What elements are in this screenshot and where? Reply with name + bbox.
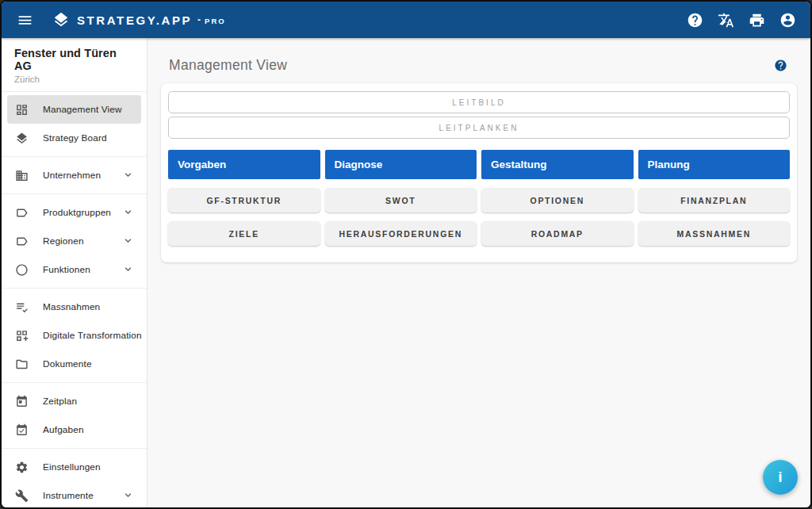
sidebar-item-dokumente[interactable]: Dokumente <box>7 350 141 378</box>
sidebar-item-label: Massnahmen <box>43 301 100 312</box>
organization-header: Fenster und Türen AG Zürich <box>2 38 147 92</box>
calendar-icon <box>15 395 29 408</box>
column-vorgaben: VorgabenGF-STRUKTURZIELE <box>168 150 320 246</box>
leitbild-button[interactable]: LEITBILD <box>168 91 790 113</box>
sidebar-item-label: Regionen <box>43 235 84 247</box>
label-icon <box>15 206 29 220</box>
sidebar-item-label: Digitale Transformation <box>43 330 142 341</box>
sidebar-item-label: Zeitplan <box>43 396 77 407</box>
chevron-down-icon <box>122 263 136 277</box>
app-title: STRATEGY.APP <box>77 13 192 27</box>
columns-grid: VorgabenGF-STRUKTURZIELEDiagnoseSWOTHERA… <box>168 150 790 246</box>
hamburger-menu-icon <box>17 12 33 29</box>
app-edition: PRO <box>205 17 226 25</box>
sidebar-item-funktionen[interactable]: Funktionen <box>7 255 141 284</box>
sidebar-item-massnahmen[interactable]: Massnahmen <box>7 293 141 321</box>
organization-location: Zürich <box>14 75 134 84</box>
layers-logo-icon <box>52 11 70 29</box>
folder-icon <box>15 358 29 371</box>
column-header-vorgaben[interactable]: Vorgaben <box>168 150 320 179</box>
layers-icon <box>15 132 29 145</box>
help-icon <box>774 59 787 72</box>
page-title: Management View <box>169 57 287 74</box>
sidebar-item-regionen[interactable]: Regionen <box>7 227 141 255</box>
leitplanken-button[interactable]: LEITPLANKEN <box>168 117 790 139</box>
massnahmen-button[interactable]: MASSNAHMEN <box>638 221 791 246</box>
print-button[interactable] <box>746 10 767 30</box>
sidebar-divider <box>2 288 147 289</box>
page-help-button[interactable] <box>774 59 787 72</box>
sidebar-divider <box>2 382 147 383</box>
sidebar-item-label: Strategy Board <box>43 132 107 144</box>
help-icon <box>687 12 703 29</box>
dashboard-icon <box>15 103 29 117</box>
sidebar-divider <box>2 448 147 449</box>
info-fab[interactable]: i <box>763 460 798 495</box>
sidebar-divider <box>2 193 147 194</box>
help-button[interactable] <box>684 10 705 30</box>
swot-button[interactable]: SWOT <box>325 188 477 212</box>
sidebar-item-einstellungen[interactable]: Einstellungen <box>7 453 141 481</box>
sidebar-item-label: Produktgruppen <box>43 207 111 218</box>
main-content: Management View LEITBILDLEITPLANKEN Vorg… <box>148 38 810 507</box>
circle-icon <box>15 263 29 277</box>
sidebar-item-label: Unternehmen <box>43 170 101 181</box>
optionen-button[interactable]: OPTIONEN <box>481 188 634 212</box>
info-icon: i <box>778 469 782 486</box>
chevron-down-icon <box>122 235 136 248</box>
topbar: STRATEGY.APP - PRO <box>2 2 810 38</box>
organization-name: Fenster und Türen AG <box>14 47 134 72</box>
app-window: STRATEGY.APP - PRO Fenster und Türen AG … <box>0 0 812 509</box>
app-logo: STRATEGY.APP - PRO <box>52 11 226 29</box>
main-header: Management View <box>148 38 810 83</box>
ziele-button[interactable]: ZIELE <box>168 221 320 246</box>
label-icon <box>15 235 29 248</box>
column-planung: PlanungFINANZPLANMASSNAHMEN <box>638 150 791 246</box>
sidebar-item-label: Dokumente <box>43 358 92 369</box>
sidebar-item-aufgaben[interactable]: Aufgaben <box>7 415 141 444</box>
herausforderungen-button[interactable]: HERAUSFORDERUNGEN <box>325 221 477 246</box>
sidebar-item-label: Einstellungen <box>43 461 101 473</box>
topbar-actions <box>684 10 798 30</box>
sidebar-item-digitale-transformation[interactable]: Digitale Transformation <box>7 321 141 350</box>
sidebar-divider <box>2 156 147 157</box>
finanzplan-button[interactable]: FINANZPLAN <box>638 188 791 212</box>
print-icon <box>749 12 765 29</box>
column-diagnose: DiagnoseSWOTHERAUSFORDERUNGEN <box>325 150 477 246</box>
dashboard-customize-icon <box>15 329 29 343</box>
account-icon <box>779 12 796 29</box>
sidebar-item-instrumente[interactable]: Instrumente <box>7 481 141 509</box>
logo-separator: - <box>197 14 201 25</box>
sidebar-item-management-view[interactable]: Management View <box>7 95 141 124</box>
roadmap-button[interactable]: ROADMAP <box>481 221 634 246</box>
column-header-gestaltung[interactable]: Gestaltung <box>481 150 634 179</box>
translate-button[interactable] <box>715 10 736 30</box>
sidebar-item-zeitplan[interactable]: Zeitplan <box>7 387 141 415</box>
chevron-down-icon <box>122 489 136 503</box>
sidebar-item-label: Aufgaben <box>43 424 84 435</box>
column-gestaltung: GestaltungOPTIONENROADMAP <box>481 150 634 246</box>
banner-buttons: LEITBILDLEITPLANKEN <box>168 91 790 139</box>
sidebar-item-label: Management View <box>43 104 122 115</box>
gf-struktur-button[interactable]: GF-STRUKTUR <box>168 188 320 212</box>
management-view-card: LEITBILDLEITPLANKEN VorgabenGF-STRUKTURZ… <box>161 83 797 262</box>
menu-button[interactable] <box>14 10 35 30</box>
wrench-icon <box>15 489 29 503</box>
chevron-down-icon <box>122 169 136 182</box>
settings-icon <box>15 461 29 474</box>
sidebar: Fenster und Türen AG Zürich Management V… <box>2 38 147 507</box>
checklist-icon <box>15 300 29 314</box>
column-header-planung[interactable]: Planung <box>638 150 791 179</box>
sidebar-item-label: Funktionen <box>43 264 90 275</box>
translate-icon <box>718 12 734 29</box>
sidebar-nav: Management ViewStrategy BoardUnternehmen… <box>2 92 147 509</box>
column-header-diagnose[interactable]: Diagnose <box>325 150 477 179</box>
event-available-icon <box>15 423 29 437</box>
sidebar-item-produktgruppen[interactable]: Produktgruppen <box>7 198 141 227</box>
account-button[interactable] <box>777 10 798 30</box>
sidebar-item-unternehmen[interactable]: Unternehmen <box>7 161 141 189</box>
sidebar-item-label: Instrumente <box>43 490 94 501</box>
sidebar-item-strategy-board[interactable]: Strategy Board <box>7 124 141 152</box>
chevron-down-icon <box>122 206 136 220</box>
domain-icon <box>15 169 29 182</box>
